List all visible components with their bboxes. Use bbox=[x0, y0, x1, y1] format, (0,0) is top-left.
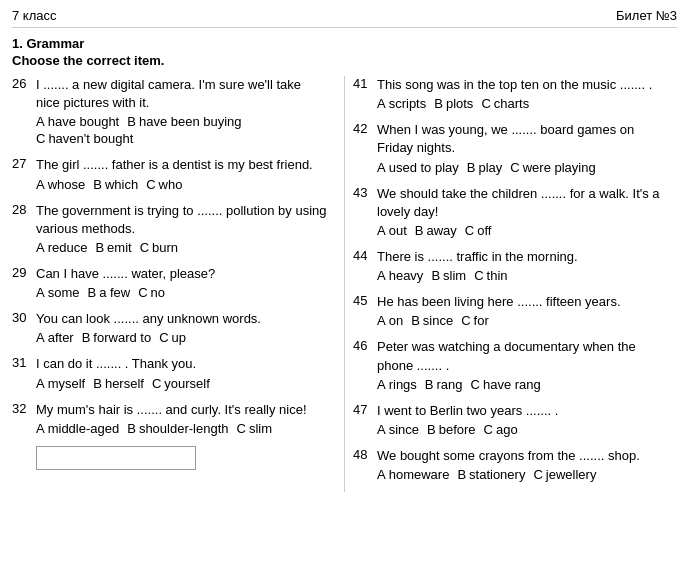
option-letter: C bbox=[471, 377, 480, 392]
option-A[interactable]: Aheavy bbox=[377, 268, 423, 283]
options-row: AmyselfBherselfCyourself bbox=[36, 376, 328, 391]
option-text: whose bbox=[48, 177, 86, 192]
right-column: 41This song was in the top ten on the mu… bbox=[353, 76, 677, 492]
option-letter: C bbox=[474, 268, 483, 283]
option-C[interactable]: Coff bbox=[465, 223, 492, 238]
option-B[interactable]: Brang bbox=[425, 377, 463, 392]
question-text: You can look ....... any unknown words. bbox=[36, 310, 328, 328]
options-row: AoutBawayCoff bbox=[377, 223, 669, 238]
option-letter: B bbox=[87, 285, 96, 300]
option-letter: A bbox=[377, 223, 386, 238]
question-41: 41This song was in the top ten on the mu… bbox=[353, 76, 669, 111]
option-A[interactable]: Arings bbox=[377, 377, 417, 392]
option-A[interactable]: Asince bbox=[377, 422, 419, 437]
option-A[interactable]: Amyself bbox=[36, 376, 85, 391]
option-C[interactable]: Cwere playing bbox=[510, 160, 595, 175]
question-number: 26 bbox=[12, 76, 32, 112]
option-B[interactable]: Bsince bbox=[411, 313, 453, 328]
option-C[interactable]: Chave rang bbox=[471, 377, 541, 392]
option-C[interactable]: Cwho bbox=[146, 177, 182, 192]
option-letter: B bbox=[457, 467, 466, 482]
option-C[interactable]: Cyourself bbox=[152, 376, 210, 391]
question-number: 47 bbox=[353, 402, 373, 420]
options-row: AreduceBemitCburn bbox=[36, 240, 328, 255]
option-C[interactable]: Cno bbox=[138, 285, 165, 300]
option-A[interactable]: Ascripts bbox=[377, 96, 426, 111]
option-C[interactable]: Cthin bbox=[474, 268, 507, 283]
option-letter: C bbox=[465, 223, 474, 238]
option-letter: A bbox=[377, 268, 386, 283]
option-B[interactable]: Bbefore bbox=[427, 422, 476, 437]
options-row: AwhoseBwhichCwho bbox=[36, 177, 328, 192]
option-B[interactable]: Bhave been buying bbox=[127, 114, 241, 129]
option-letter: B bbox=[127, 421, 136, 436]
option-B[interactable]: Bshoulder-length bbox=[127, 421, 228, 436]
answer-input-box[interactable] bbox=[36, 446, 196, 470]
option-text: play bbox=[478, 160, 502, 175]
option-B[interactable]: Bemit bbox=[95, 240, 131, 255]
question-number: 29 bbox=[12, 265, 32, 283]
instruction: Choose the correct item. bbox=[12, 53, 677, 68]
option-C[interactable]: Chaven't bought bbox=[36, 131, 133, 146]
option-C[interactable]: Cago bbox=[484, 422, 518, 437]
option-C[interactable]: Cup bbox=[159, 330, 186, 345]
option-letter: A bbox=[36, 177, 45, 192]
option-A[interactable]: Aafter bbox=[36, 330, 74, 345]
question-number: 28 bbox=[12, 202, 32, 238]
option-text: have bought bbox=[48, 114, 120, 129]
question-number: 27 bbox=[12, 156, 32, 174]
options-row: AsinceBbeforeCago bbox=[377, 422, 669, 437]
option-text: up bbox=[172, 330, 186, 345]
question-number: 32 bbox=[12, 401, 32, 419]
option-letter: C bbox=[510, 160, 519, 175]
options-row: AonBsinceCfor bbox=[377, 313, 669, 328]
option-B[interactable]: Bforward to bbox=[82, 330, 151, 345]
option-B[interactable]: Bherself bbox=[93, 376, 144, 391]
option-B[interactable]: Bstationery bbox=[457, 467, 525, 482]
option-B[interactable]: Ba few bbox=[87, 285, 130, 300]
option-A[interactable]: Asome bbox=[36, 285, 79, 300]
option-letter: B bbox=[467, 160, 476, 175]
question-32: 32My mum's hair is ....... and curly. It… bbox=[12, 401, 328, 436]
question-45: 45He has been living here ....... fiftee… bbox=[353, 293, 669, 328]
option-A[interactable]: Aused to play bbox=[377, 160, 459, 175]
option-text: were playing bbox=[523, 160, 596, 175]
option-text: since bbox=[389, 422, 419, 437]
option-letter: A bbox=[377, 422, 386, 437]
option-A[interactable]: Amiddle-aged bbox=[36, 421, 119, 436]
option-A[interactable]: Ahomeware bbox=[377, 467, 449, 482]
option-text: slim bbox=[443, 268, 466, 283]
option-B[interactable]: Bslim bbox=[431, 268, 466, 283]
question-number: 44 bbox=[353, 248, 373, 266]
option-text: burn bbox=[152, 240, 178, 255]
option-C[interactable]: Ccharts bbox=[481, 96, 529, 111]
option-letter: C bbox=[152, 376, 161, 391]
option-A[interactable]: Awhose bbox=[36, 177, 85, 192]
option-text: thin bbox=[487, 268, 508, 283]
option-text: shoulder-length bbox=[139, 421, 229, 436]
option-C[interactable]: Cburn bbox=[140, 240, 178, 255]
option-C[interactable]: Cjewellery bbox=[533, 467, 596, 482]
option-text: middle-aged bbox=[48, 421, 120, 436]
ticket-label: Билет №3 bbox=[616, 8, 677, 23]
question-28: 28The government is trying to ....... po… bbox=[12, 202, 328, 255]
question-42: 42When I was young, we ....... board gam… bbox=[353, 121, 669, 174]
option-A[interactable]: Aon bbox=[377, 313, 403, 328]
question-text: I went to Berlin two years ....... . bbox=[377, 402, 669, 420]
option-letter: B bbox=[415, 223, 424, 238]
question-number: 42 bbox=[353, 121, 373, 157]
question-text: This song was in the top ten on the musi… bbox=[377, 76, 669, 94]
option-B[interactable]: Bplots bbox=[434, 96, 473, 111]
option-C[interactable]: Cslim bbox=[237, 421, 273, 436]
option-A[interactable]: Areduce bbox=[36, 240, 87, 255]
question-30: 30You can look ....... any unknown words… bbox=[12, 310, 328, 345]
option-B[interactable]: Bwhich bbox=[93, 177, 138, 192]
option-letter: B bbox=[127, 114, 136, 129]
option-A[interactable]: Ahave bought bbox=[36, 114, 119, 129]
option-C[interactable]: Cfor bbox=[461, 313, 489, 328]
option-text: slim bbox=[249, 421, 272, 436]
option-B[interactable]: Bplay bbox=[467, 160, 503, 175]
option-A[interactable]: Aout bbox=[377, 223, 407, 238]
option-B[interactable]: Baway bbox=[415, 223, 457, 238]
option-text: since bbox=[423, 313, 453, 328]
